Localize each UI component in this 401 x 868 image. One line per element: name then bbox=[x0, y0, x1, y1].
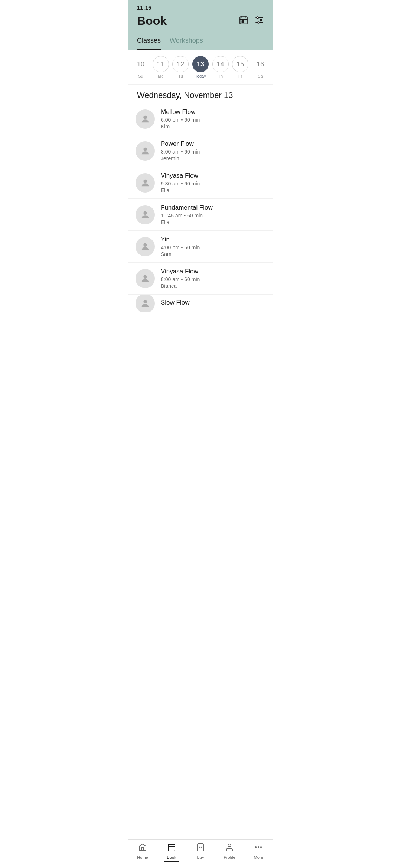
class-info: Yin 4:00 pm • 60 min Sam bbox=[161, 236, 265, 257]
class-instructor: Sam bbox=[161, 251, 265, 257]
svg-point-13 bbox=[143, 179, 147, 183]
class-name: Slow Flow bbox=[161, 299, 265, 306]
avatar bbox=[136, 205, 155, 224]
tabs: Classes Workshops bbox=[128, 34, 273, 50]
main-content: 10 Su 11 Mo 12 Tu 13 Today 14 Th 15 Fr 1… bbox=[128, 50, 273, 342]
header-actions bbox=[239, 15, 264, 27]
class-name: Vinyasa Flow bbox=[161, 268, 265, 275]
avatar bbox=[136, 237, 155, 256]
class-info: Power Flow 8:00 am • 60 min Jeremin bbox=[161, 140, 265, 161]
avatar bbox=[136, 269, 155, 288]
class-time: 4:00 pm • 60 min bbox=[161, 244, 265, 250]
class-info: Vinyasa Flow 8:00 am • 60 min Bianca bbox=[161, 268, 265, 289]
filter-icon[interactable] bbox=[254, 15, 264, 27]
date-item-10[interactable]: 10 Su bbox=[131, 56, 150, 78]
class-item-slow-flow[interactable]: Slow Flow bbox=[128, 295, 273, 312]
date-item-11[interactable]: 11 Mo bbox=[151, 56, 170, 78]
class-name: Fundamental Flow bbox=[161, 204, 265, 211]
class-instructor: Ella bbox=[161, 219, 265, 225]
svg-point-8 bbox=[257, 17, 258, 18]
svg-point-17 bbox=[143, 300, 147, 303]
status-bar: 11:15 bbox=[128, 0, 273, 11]
class-list: Mellow Flow 6:00 pm • 60 min Kim Power F… bbox=[128, 103, 273, 312]
class-instructor: Ella bbox=[161, 187, 265, 193]
svg-rect-4 bbox=[242, 21, 244, 22]
class-name: Power Flow bbox=[161, 140, 265, 148]
svg-point-10 bbox=[258, 22, 259, 23]
svg-point-12 bbox=[143, 147, 147, 151]
svg-point-15 bbox=[143, 243, 147, 246]
page-title: Book bbox=[137, 14, 167, 28]
date-item-12[interactable]: 12 Tu bbox=[171, 56, 190, 78]
class-instructor: Jeremin bbox=[161, 155, 265, 161]
class-name: Vinyasa Flow bbox=[161, 172, 265, 180]
calendar-icon[interactable] bbox=[239, 15, 248, 27]
date-item-13[interactable]: 13 Today bbox=[191, 56, 210, 78]
date-item-16[interactable]: 16 Sa bbox=[251, 56, 270, 78]
tab-classes[interactable]: Classes bbox=[137, 34, 161, 50]
date-item-14[interactable]: 14 Th bbox=[211, 56, 230, 78]
class-info: Slow Flow bbox=[161, 299, 265, 308]
class-info: Mellow Flow 6:00 pm • 60 min Kim bbox=[161, 108, 265, 129]
tab-workshops[interactable]: Workshops bbox=[170, 34, 203, 50]
avatar bbox=[136, 109, 155, 129]
avatar bbox=[136, 141, 155, 161]
class-item-fundamental-flow[interactable]: Fundamental Flow 10:45 am • 60 min Ella bbox=[128, 199, 273, 231]
class-info: Fundamental Flow 10:45 am • 60 min Ella bbox=[161, 204, 265, 225]
date-item-15[interactable]: 15 Fr bbox=[231, 56, 250, 78]
class-item-vinyasa-flow-1[interactable]: Vinyasa Flow 9:30 am • 60 min Ella bbox=[128, 167, 273, 199]
svg-point-16 bbox=[143, 275, 147, 278]
date-selector: 10 Su 11 Mo 12 Tu 13 Today 14 Th 15 Fr 1… bbox=[128, 50, 273, 85]
class-item-yin[interactable]: Yin 4:00 pm • 60 min Sam bbox=[128, 231, 273, 263]
class-instructor: Kim bbox=[161, 124, 265, 129]
class-name: Mellow Flow bbox=[161, 108, 265, 116]
svg-point-14 bbox=[143, 211, 147, 214]
class-time: 10:45 am • 60 min bbox=[161, 213, 265, 218]
svg-point-9 bbox=[260, 19, 261, 20]
class-info: Vinyasa Flow 9:30 am • 60 min Ella bbox=[161, 172, 265, 193]
class-time: 8:00 am • 60 min bbox=[161, 276, 265, 282]
class-item-mellow-flow[interactable]: Mellow Flow 6:00 pm • 60 min Kim bbox=[128, 103, 273, 135]
header: Book bbox=[128, 11, 273, 34]
class-time: 6:00 pm • 60 min bbox=[161, 117, 265, 123]
status-time: 11:15 bbox=[137, 4, 151, 11]
avatar bbox=[136, 295, 155, 312]
class-item-power-flow[interactable]: Power Flow 8:00 am • 60 min Jeremin bbox=[128, 135, 273, 167]
class-item-vinyasa-flow-2[interactable]: Vinyasa Flow 8:00 am • 60 min Bianca bbox=[128, 263, 273, 295]
class-name: Yin bbox=[161, 236, 265, 243]
class-time: 8:00 am • 60 min bbox=[161, 149, 265, 155]
svg-point-11 bbox=[143, 115, 147, 119]
date-heading: Wednesday, November 13 bbox=[128, 85, 273, 103]
avatar bbox=[136, 173, 155, 193]
class-time: 9:30 am • 60 min bbox=[161, 181, 265, 187]
class-instructor: Bianca bbox=[161, 283, 265, 289]
